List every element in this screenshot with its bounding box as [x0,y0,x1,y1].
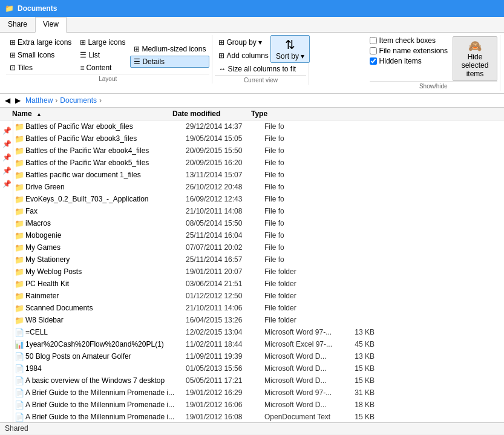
table-row[interactable]: 📄 A Brief Guide to the Millennium Promen… [13,411,504,422]
list-icon: ☰ [80,51,87,59]
pin-2[interactable]: 📌 [2,140,11,148]
table-row[interactable]: 📄 A Brief Guide to the Millennium Promen… [13,387,504,399]
content-btn[interactable]: ≡ Content [76,62,129,74]
file-date: 08/05/2014 15:50 [186,219,264,227]
table-row[interactable]: 📁 Fax 21/10/2011 14:08 File fo [13,205,504,217]
forward-btn[interactable]: ▶ [15,96,21,105]
file-icon: 📁 [13,171,25,180]
pin-4[interactable]: 📌 [2,166,11,175]
tab-view[interactable]: View [35,17,67,33]
table-row[interactable]: 📁 Drive Green 26/10/2012 20:48 File fo [13,181,504,193]
file-type: File fo [264,171,337,179]
file-icon: 📄 [13,364,25,373]
current-view-group-label: Current view [215,75,306,85]
file-name: Battles of the Pacific War ebook4_files [25,146,186,155]
file-date: 11/02/2011 18:44 [186,340,264,348]
file-date: 13/11/2014 15:07 [186,171,264,179]
file-name-extensions-checkbox[interactable] [370,47,377,54]
file-date: 20/09/2015 16:20 [186,159,264,167]
table-row[interactable]: 📁 W8 Sidebar 16/04/2015 13:26 File folde… [13,314,504,326]
table-row[interactable]: 📁 Scanned Documents 21/10/2011 14:06 Fil… [13,302,504,314]
file-type: File folder [264,267,337,276]
hidden-items-row[interactable]: Hidden items [370,57,448,65]
hide-selected-btn[interactable]: 🙈 Hide selected items [453,36,497,81]
table-row[interactable]: 📊 1year%20Cash%20Flow%20and%20PL(1) 11/0… [13,338,504,350]
pin-3[interactable]: 📌 [2,153,11,162]
table-row[interactable]: 📁 My Stationery 25/11/2014 16:57 File fo [13,253,504,266]
table-row[interactable]: 📁 PC Health Kit 03/06/2014 21:51 File fo… [13,278,504,290]
file-type: File fo [264,219,337,227]
col-header-name[interactable]: Name ▲ [0,110,172,118]
table-row[interactable]: 📁 Rainmeter 01/12/2012 12:50 File folder [13,290,504,302]
item-checkboxes-checkbox[interactable] [370,37,377,44]
file-type: File folder [264,292,337,300]
breadcrumb-home[interactable]: Matthew [25,96,53,105]
file-name: 1year%20Cash%20Flow%20and%20PL(1) [25,340,186,348]
file-icon: 📄 [13,376,25,385]
details-btn[interactable]: ☰ Details [130,56,209,68]
hidden-items-checkbox[interactable] [370,57,377,65]
table-row[interactable]: 📁 Battles of Pacific War ebook3_files 19… [13,132,504,145]
file-type: Microsoft Word D... [264,401,337,409]
col-header-type[interactable]: Type [251,110,324,118]
table-row[interactable]: 📁 EvoKeys_0.2_Built_703_-_Application 16… [13,193,504,205]
file-name: My Stationery [25,255,186,264]
table-row[interactable]: 📁 Battles of the Pacific War ebook5_file… [13,157,504,169]
tiles-btn[interactable]: ⊡ Tiles [6,62,75,74]
size-columns-btn[interactable]: ↔ Size all columns to fit [215,63,306,75]
table-row[interactable]: 📄 50 Blog Posts on Amateur Golfer 11/09/… [13,350,504,362]
show-hide-group: Item check boxes File name extensions Hi… [367,35,500,91]
table-row[interactable]: 📄 A Brief Guide to the Millennium Promen… [13,399,504,411]
file-type: File fo [264,122,337,131]
file-type: Microsoft Word 97-... [264,388,337,397]
file-name: Fax [25,207,186,215]
file-date: 26/10/2012 20:48 [186,183,264,191]
file-name-extensions-row[interactable]: File name extensions [370,47,448,55]
list-btn[interactable]: ☰ List [76,49,129,61]
table-row[interactable]: 📄 1984 01/05/2013 15:56 Microsoft Word D… [13,362,504,374]
back-btn[interactable]: ◀ [5,96,10,105]
pin-5[interactable]: 📌 [2,180,11,188]
table-row[interactable]: 📁 Battles of Pacific War ebook_files 29/… [13,120,504,132]
medium-icons-btn[interactable]: ⊞ Medium-sized icons [130,43,209,55]
layout-group: ⊞ Extra large icons ⊞ Small icons ⊡ Tile… [4,35,212,83]
file-date: 03/06/2014 21:51 [186,280,264,288]
file-date: 16/04/2015 13:26 [186,316,264,324]
file-name: Battles pacific war document 1_files [25,171,186,179]
file-date: 21/10/2011 14:06 [186,304,264,312]
file-date: 19/01/2012 16:29 [186,388,264,397]
extra-large-icons-btn[interactable]: ⊞ Extra large icons [6,36,75,48]
table-row[interactable]: 📁 My Weblog Posts 19/01/2011 20:07 File … [13,266,504,278]
large-icons-btn[interactable]: ⊞ Large icons [76,36,129,48]
addcol-icon: ⊞ [218,51,224,60]
table-row[interactable]: 📁 Battles pacific war document 1_files 1… [13,169,504,181]
status-bar: Shared [0,422,504,434]
sort-by-btn[interactable]: ⇅ Sort by ▾ [270,35,310,63]
address-bar: ◀ ▶ Matthew › Documents › [0,94,504,108]
table-row[interactable]: 📁 Battles of the Pacific War ebook4_file… [13,145,504,157]
file-icon: 📁 [13,219,25,228]
item-checkboxes-row[interactable]: Item check boxes [370,36,448,45]
small-icons-btn[interactable]: ⊞ Small icons [6,49,75,61]
pin-1[interactable]: 📌 [2,126,11,135]
file-type: File fo [264,255,337,264]
file-icon: 📄 [13,328,25,337]
table-row[interactable]: 📄 =CELL 12/02/2015 13:04 Microsoft Word … [13,326,504,338]
file-icon: 📄 [13,352,25,361]
file-size: 15 KB [337,364,379,373]
table-row[interactable]: 📁 Mobogenie 25/11/2014 16:04 File fo [13,229,504,241]
file-date: 19/01/2012 16:08 [186,413,264,421]
table-row[interactable]: 📁 My Games 07/07/2011 20:02 File fo [13,241,504,253]
table-row[interactable]: 📄 A basic overview of the Windows 7 desk… [13,374,504,387]
table-row[interactable]: 📁 iMacros 08/05/2014 15:50 File fo [13,217,504,229]
file-type: File fo [264,134,337,143]
sizefit-icon: ↔ [218,65,226,73]
col-header-size[interactable] [324,110,366,118]
breadcrumb-documents[interactable]: Documents [60,96,97,105]
file-type: File folder [264,280,337,288]
tab-share[interactable]: Share [0,17,35,32]
file-date: 21/10/2011 14:08 [186,207,264,215]
status-text: Shared [5,424,28,433]
col-header-date[interactable]: Date modified [172,110,251,118]
file-icon: 📁 [13,231,25,240]
